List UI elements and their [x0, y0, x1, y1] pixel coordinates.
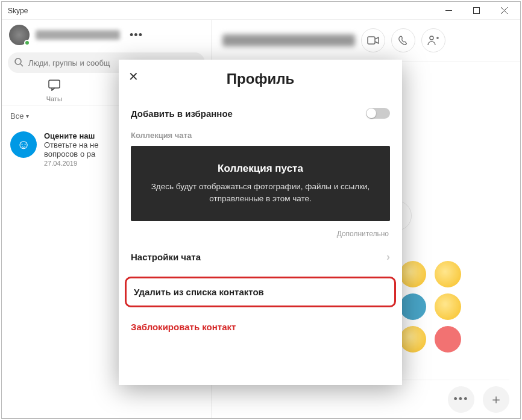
- svg-line-5: [20, 64, 23, 66]
- collection-empty-box: Коллекция пуста Здесь будут отображаться…: [131, 146, 390, 221]
- chevron-right-icon: ›: [386, 251, 390, 263]
- block-contact-row[interactable]: Заблокировать контакт: [131, 313, 390, 343]
- maximize-button[interactable]: [462, 2, 490, 20]
- minimize-button[interactable]: [435, 2, 462, 20]
- more-link[interactable]: Дополнительно: [131, 221, 390, 240]
- overflow-menu-button[interactable]: •••: [126, 25, 146, 45]
- chevron-down-icon: ▾: [26, 113, 29, 119]
- title-bar: Skype: [2, 2, 520, 20]
- status-indicator: [24, 40, 30, 46]
- block-contact-label: Заблокировать контакт: [131, 322, 236, 332]
- tab-label: Чаты: [46, 95, 62, 102]
- chat-settings-row[interactable]: Настройки чата ›: [131, 240, 390, 273]
- collection-section-label: Коллекция чата: [131, 127, 390, 146]
- svg-point-4: [15, 58, 21, 64]
- self-avatar[interactable]: [9, 25, 30, 45]
- delete-contact-label: Удалить из списка контактов: [134, 287, 264, 297]
- close-icon[interactable]: ✕: [128, 69, 139, 84]
- delete-contact-row[interactable]: Удалить из списка контактов: [125, 277, 396, 307]
- profile-modal: ✕ Профиль Добавить в избранное Коллекция…: [119, 60, 402, 385]
- close-button[interactable]: [490, 2, 518, 20]
- tab-chats[interactable]: Чаты: [2, 75, 107, 105]
- svg-rect-6: [49, 80, 60, 88]
- chat-icon: [2, 79, 107, 94]
- search-icon: [14, 57, 24, 69]
- favorite-label: Добавить в избранное: [131, 108, 366, 119]
- window-title: Skype: [8, 7, 435, 15]
- chat-settings-label: Настройки чата: [131, 252, 386, 262]
- svg-rect-1: [473, 8, 479, 14]
- self-name: [36, 30, 120, 40]
- collection-empty-desc: Здесь будут отображаться фотографии, фай…: [145, 181, 376, 204]
- favorite-toggle[interactable]: [366, 108, 390, 119]
- favorite-row[interactable]: Добавить в избранное: [131, 99, 390, 127]
- modal-title: Профиль: [119, 71, 402, 87]
- filter-label: Все: [10, 111, 24, 121]
- collection-empty-title: Коллекция пуста: [145, 163, 376, 175]
- chat-avatar: ☺: [10, 131, 37, 158]
